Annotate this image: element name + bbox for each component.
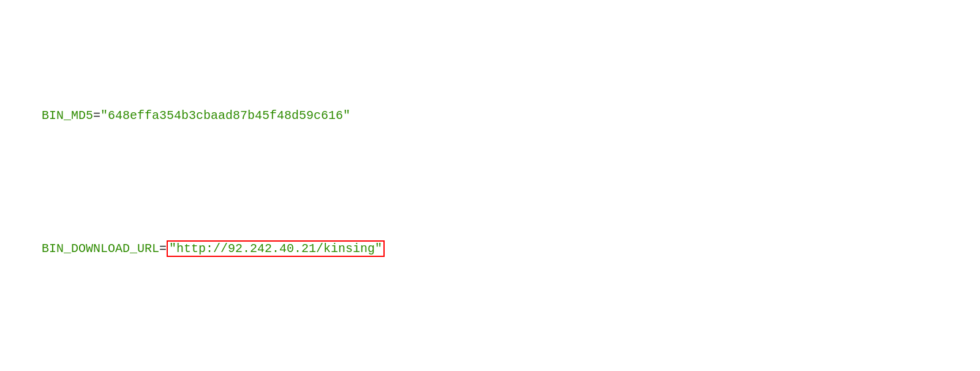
val-bin-md5: "648effa354b3cbaad87b45f48d59c616" <box>100 109 350 123</box>
var-bin-md5: BIN_MD5 <box>42 109 93 123</box>
var-bin-download-url: BIN_DOWNLOAD_URL <box>42 242 159 256</box>
line-bin-md5: BIN_MD5="648effa354b3cbaad87b45f48d59c61… <box>12 87 968 144</box>
line-bin-download-url2: BIN_DOWNLOAD_URL2="http://92.242.40.21/k… <box>12 353 968 371</box>
val-bin-download-url-highlighted: "http://92.242.40.21/kinsing" <box>167 240 385 257</box>
code-display: BIN_MD5="648effa354b3cbaad87b45f48d59c61… <box>12 11 968 371</box>
line-bin-download-url: BIN_DOWNLOAD_URL="http://92.242.40.21/ki… <box>12 220 968 277</box>
